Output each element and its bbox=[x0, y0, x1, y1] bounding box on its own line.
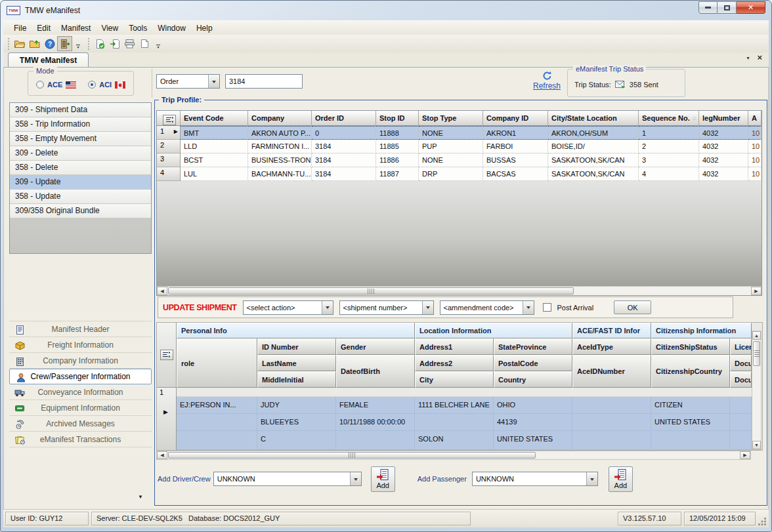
column-header[interactable]: Order ID bbox=[312, 111, 376, 126]
scroll-left-icon[interactable]: ◀ bbox=[157, 451, 167, 459]
trip-table-hscrollbar[interactable]: ◀ ▶ bbox=[157, 286, 761, 295]
validate-document-icon[interactable] bbox=[92, 36, 107, 51]
scrollbar-thumb[interactable] bbox=[753, 341, 760, 366]
nav-scroll-down-icon[interactable]: ▼ bbox=[138, 494, 143, 500]
minimize-button[interactable] bbox=[698, 1, 718, 14]
scrollbar-thumb[interactable] bbox=[168, 287, 574, 295]
column-header[interactable]: Gender bbox=[336, 338, 415, 355]
column-header[interactable]: Event Code bbox=[181, 111, 248, 126]
shipment-number-dropdown[interactable]: <shipment number> bbox=[339, 300, 434, 315]
column-header[interactable]: CitizenshipCountry bbox=[651, 355, 730, 388]
list-item[interactable]: 309 - Shipment Data bbox=[10, 103, 151, 117]
column-header[interactable]: Country bbox=[494, 371, 572, 388]
list-item[interactable]: 358 - Trip Information bbox=[10, 117, 151, 132]
column-header-clipped[interactable]: Docu bbox=[730, 355, 752, 371]
order-number-input[interactable] bbox=[225, 74, 303, 89]
add-passenger-button[interactable]: Add bbox=[609, 466, 633, 492]
column-header[interactable]: CitizenShipStatus bbox=[651, 338, 730, 355]
list-item[interactable]: 309 - Delete bbox=[10, 146, 151, 161]
menu-file[interactable]: File bbox=[9, 22, 32, 35]
list-item-selected[interactable]: 309 - Update bbox=[10, 175, 151, 190]
select-action-dropdown[interactable]: <select action> bbox=[243, 300, 333, 315]
trip-table-row[interactable]: 3 BCST BUSINESS-TRON 3184 11886 NONE BUS… bbox=[157, 153, 761, 167]
nav-equipment-information[interactable]: Equipment Information bbox=[9, 400, 152, 416]
list-item[interactable]: 358 - Update bbox=[10, 190, 151, 204]
column-header[interactable]: LastName bbox=[257, 355, 336, 371]
ace-radio[interactable] bbox=[36, 81, 44, 89]
send-document-icon[interactable] bbox=[107, 36, 122, 51]
passenger-dropdown[interactable]: UNKNOWN bbox=[472, 472, 598, 486]
tab-close-icon[interactable]: × bbox=[757, 54, 762, 61]
column-header[interactable]: Address1 bbox=[415, 338, 494, 355]
query-type-select[interactable]: Order bbox=[156, 74, 220, 89]
column-header[interactable]: A bbox=[748, 111, 761, 126]
column-header-clipped[interactable]: Docu bbox=[730, 371, 752, 388]
restore-button[interactable] bbox=[718, 1, 737, 14]
column-header[interactable]: AceIDNumber bbox=[572, 355, 651, 388]
post-arrival-checkbox[interactable] bbox=[543, 303, 551, 312]
column-header[interactable]: StateProvince bbox=[494, 338, 572, 355]
chevron-down-icon[interactable] bbox=[422, 301, 433, 314]
help-icon[interactable]: ? bbox=[42, 36, 57, 51]
column-header[interactable]: DateofBirth bbox=[336, 355, 415, 388]
trip-table-row[interactable]: 1▶ BMT AKRON AUTO P... 0 11888 NONE AKRO… bbox=[157, 126, 761, 140]
column-header[interactable]: ID Number bbox=[257, 338, 336, 355]
scroll-down-icon[interactable]: ▼ bbox=[752, 441, 761, 449]
chevron-down-icon[interactable] bbox=[350, 472, 361, 485]
aci-radio[interactable] bbox=[88, 81, 96, 89]
chevron-down-icon[interactable] bbox=[523, 301, 534, 314]
menu-help[interactable]: Help bbox=[191, 22, 218, 35]
nav-crew-passenger-information[interactable]: Crew/Passenger Information bbox=[9, 369, 152, 384]
list-item[interactable]: 358 - Delete bbox=[10, 161, 151, 175]
amendment-code-dropdown[interactable]: <ammendment code> bbox=[440, 300, 534, 315]
tab-list-dropdown-icon[interactable]: ▾ bbox=[746, 55, 749, 61]
refresh-control[interactable]: Refresh bbox=[528, 70, 565, 91]
scroll-right-icon[interactable]: ▶ bbox=[740, 451, 750, 459]
menu-window[interactable]: Window bbox=[152, 22, 191, 35]
crew-table-vscrollbar[interactable]: ▲ ▼ bbox=[752, 331, 761, 450]
resize-grip[interactable] bbox=[758, 518, 767, 526]
row-selector[interactable]: 1▶ bbox=[157, 126, 181, 140]
refresh-link[interactable]: Refresh bbox=[533, 81, 561, 91]
column-header[interactable]: role bbox=[177, 338, 257, 388]
open-folder-icon[interactable] bbox=[12, 36, 27, 51]
crew-table-hscrollbar[interactable]: ◀ ▶ bbox=[156, 451, 751, 460]
toolbar-overflow-icon[interactable]: ▾ bbox=[154, 37, 163, 51]
scroll-left-icon[interactable]: ◀ bbox=[157, 287, 167, 295]
column-header[interactable]: Stop ID bbox=[376, 111, 419, 126]
row-selector[interactable]: 3 bbox=[157, 153, 181, 167]
exit-door-icon[interactable] bbox=[57, 36, 72, 51]
column-header[interactable]: City bbox=[415, 371, 494, 388]
crew-table-row[interactable]: EJ:PERSON IN... JUDY FEMALE 1111 BELCHER… bbox=[177, 397, 752, 450]
nav-company-information[interactable]: Company Information bbox=[9, 353, 152, 369]
list-item[interactable]: 309/358 Original Bundle bbox=[10, 204, 151, 218]
new-document-icon[interactable] bbox=[137, 36, 152, 51]
row-selector[interactable]: 4 bbox=[157, 167, 181, 181]
column-header[interactable]: Stop Type bbox=[419, 111, 483, 126]
scrollbar-thumb[interactable] bbox=[168, 452, 536, 459]
column-header[interactable]: Company ID bbox=[483, 111, 548, 126]
nav-manifest-header[interactable]: Manifest Header bbox=[9, 321, 152, 337]
ok-button[interactable]: OK bbox=[614, 300, 651, 314]
refresh-icon[interactable] bbox=[542, 70, 553, 81]
grid-filter-icon[interactable] bbox=[160, 350, 173, 360]
grid-filter-icon[interactable] bbox=[163, 115, 176, 125]
export-folder-icon[interactable] bbox=[27, 36, 42, 51]
chevron-down-icon[interactable] bbox=[322, 301, 333, 314]
column-header[interactable]: PostalCode bbox=[494, 355, 572, 371]
column-header[interactable]: AceIdType bbox=[572, 338, 651, 355]
column-header[interactable]: legNumber bbox=[699, 111, 748, 126]
nav-archived-messages[interactable]: Archived Messages bbox=[9, 416, 152, 432]
column-header[interactable]: Address2 bbox=[415, 355, 494, 371]
trip-table-row[interactable]: 4 LUL BACHMANN-TU... 3184 11887 DRP BACS… bbox=[157, 167, 761, 181]
menu-view[interactable]: View bbox=[96, 22, 123, 35]
toolbar-overflow-icon[interactable]: ▾ bbox=[74, 37, 83, 51]
column-header[interactable]: Company bbox=[248, 111, 312, 126]
column-header[interactable]: City/State Location bbox=[548, 111, 639, 126]
tab-tmw-emanifest[interactable]: TMW eManifest bbox=[8, 52, 89, 67]
chevron-down-icon[interactable] bbox=[586, 472, 597, 485]
scroll-right-icon[interactable]: ▶ bbox=[751, 287, 761, 295]
nav-emanifest-transactions[interactable]: eManifest Transactions bbox=[9, 432, 152, 447]
nav-conveyance-information[interactable]: Conveyance Information bbox=[9, 384, 152, 400]
row-selector[interactable]: 1 ▶ bbox=[157, 388, 177, 450]
